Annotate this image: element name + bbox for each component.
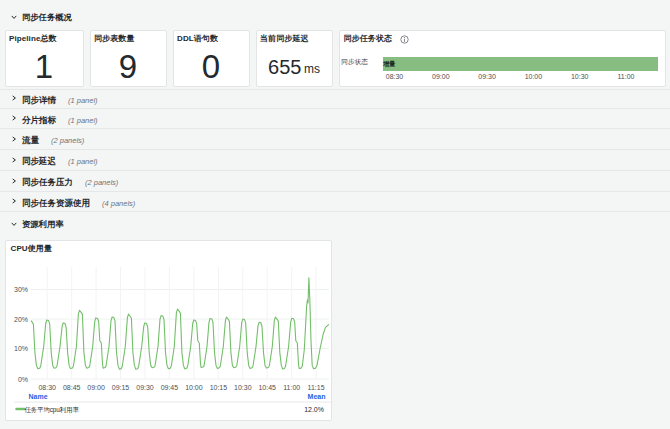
svg-text:0%: 0% xyxy=(17,376,27,383)
svg-text:09:30: 09:30 xyxy=(136,384,154,391)
svg-text:08:30: 08:30 xyxy=(38,384,56,391)
svg-text:10:15: 10:15 xyxy=(209,384,227,391)
svg-text:12.0%: 12.0% xyxy=(304,406,324,413)
svg-text:11:00: 11:00 xyxy=(283,384,300,391)
svg-text:Mean: Mean xyxy=(307,393,325,400)
svg-text:08:45: 08:45 xyxy=(62,384,80,391)
svg-text:09:15: 09:15 xyxy=(111,384,129,391)
svg-text:09:45: 09:45 xyxy=(160,384,178,391)
svg-text:Name: Name xyxy=(28,393,47,400)
svg-text:任务平均cpu利用率: 任务平均cpu利用率 xyxy=(23,406,79,414)
svg-text:20%: 20% xyxy=(13,316,27,323)
svg-text:10:45: 10:45 xyxy=(258,384,276,391)
svg-text:11:15: 11:15 xyxy=(307,384,324,391)
svg-text:10:30: 10:30 xyxy=(234,384,252,391)
svg-text:30%: 30% xyxy=(13,286,27,293)
svg-text:09:00: 09:00 xyxy=(87,384,105,391)
svg-text:10%: 10% xyxy=(13,345,27,352)
svg-text:10:00: 10:00 xyxy=(185,384,203,391)
